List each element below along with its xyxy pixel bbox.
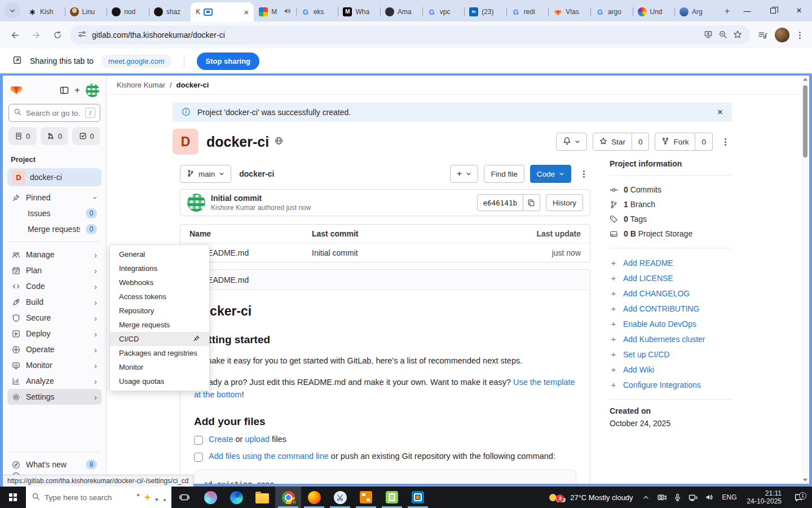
browser-profile-avatar[interactable] <box>775 28 789 42</box>
gitlab-search[interactable]: / <box>8 104 100 122</box>
sidebar-item-plan[interactable]: Plan › <box>7 262 102 278</box>
commits-stat[interactable]: 0 Commits <box>610 182 732 197</box>
microphone-tray-icon[interactable] <box>670 493 685 502</box>
menu-item-ci-cd[interactable]: CI/CD <box>110 332 209 346</box>
tags-stat[interactable]: 0 Tags <box>610 212 732 226</box>
menu-item-integrations[interactable]: Integrations <box>110 261 209 275</box>
user-avatar[interactable] <box>86 84 99 97</box>
bookmark-star-icon[interactable] <box>733 30 742 41</box>
checkbox[interactable] <box>194 453 203 462</box>
menu-item-usage-quotas[interactable]: Usage quotas <box>110 374 209 388</box>
link-label[interactable]: Configure Integrations <box>623 380 701 389</box>
browser-menu-button[interactable] <box>793 32 806 39</box>
taskbar-app-file-explorer[interactable] <box>249 487 275 508</box>
gitlab-logo[interactable] <box>10 82 23 98</box>
reload-button[interactable] <box>48 26 67 44</box>
window-minimize-button[interactable]: — <box>734 0 760 21</box>
browser-tab-arg[interactable]: Arg <box>674 2 717 21</box>
weather-widget[interactable]: 3 27°C Mostly cloudy <box>545 493 637 502</box>
link-label[interactable]: Add README <box>623 259 673 268</box>
create-new-icon[interactable]: + <box>74 85 80 96</box>
link-label[interactable]: Add Kubernetes cluster <box>623 335 705 344</box>
browser-tab-shaz[interactable]: shaz <box>149 2 191 21</box>
browser-tab-active[interactable]: K × <box>191 2 254 21</box>
add-file-dropdown[interactable]: + <box>450 165 478 183</box>
new-tab-button[interactable]: + <box>720 4 734 19</box>
sidebar-item-merge-requests[interactable]: Merge requests 0 <box>7 221 102 237</box>
tab-audio-icon[interactable] <box>284 7 291 16</box>
taskbar-app-chrome[interactable] <box>275 487 301 508</box>
branches-stat[interactable]: 1 Branch <box>610 197 732 212</box>
copy-sha-icon[interactable] <box>523 194 540 211</box>
menu-item-general[interactable]: General <box>110 247 209 261</box>
configure-integrations-link[interactable]: +Configure Integrations <box>610 377 732 392</box>
add-license-link[interactable]: +Add LICENSE <box>610 270 732 286</box>
link-label[interactable]: Add CONTRIBUTING <box>623 304 699 313</box>
window-close-button[interactable]: × <box>786 0 812 21</box>
sidebar-item-operate[interactable]: Operate › <box>7 341 102 357</box>
todos-counter[interactable]: 0 <box>72 127 100 145</box>
browser-tab-linu[interactable]: Linu <box>65 2 107 21</box>
browser-tab-ama[interactable]: Ama <box>380 2 422 21</box>
browser-tab-redi[interactable]: G redi <box>506 2 549 21</box>
add-readme-link[interactable]: +Add README <box>610 255 732 270</box>
browser-scrollbar[interactable] <box>801 76 809 484</box>
install-app-icon[interactable] <box>704 30 713 41</box>
code-dropdown-button[interactable]: Code <box>530 165 571 183</box>
sidebar-item-settings[interactable]: Settings › <box>7 389 102 405</box>
browser-tab-meet[interactable]: M <box>254 2 296 21</box>
branch-selector[interactable]: main <box>180 165 231 183</box>
find-file-button[interactable]: Find file <box>484 165 524 183</box>
screen-share-tray-icon[interactable] <box>655 493 669 502</box>
taskbar-app-firefox[interactable] <box>301 487 327 508</box>
sidebar-item-manage[interactable]: Manage › <box>7 247 102 262</box>
fork-button[interactable]: Fork <box>655 133 695 151</box>
set-up-ci-cd-link[interactable]: +Set up CI/CD <box>610 347 732 362</box>
sidebar-toggle-icon[interactable] <box>60 86 69 95</box>
browser-tab-argo[interactable]: G argo <box>590 2 633 21</box>
link-label[interactable]: Set up CI/CD <box>623 350 669 359</box>
sidebar-item-code[interactable]: Code › <box>7 278 102 294</box>
language-indicator[interactable]: ENG <box>718 493 742 501</box>
sidebar-item-project-docker-ci[interactable]: D docker-ci <box>7 168 102 186</box>
window-maximize-button[interactable] <box>760 0 786 21</box>
browser-tab-vlas[interactable]: Vlas <box>548 2 590 21</box>
browser-tab-kish[interactable]: Kish <box>23 2 65 21</box>
merge-requests-counter[interactable]: 0 <box>41 127 69 145</box>
taskbar-search[interactable] <box>26 487 171 508</box>
network-tray-icon[interactable] <box>686 493 701 502</box>
taskbar-app-notepadpp[interactable] <box>379 487 405 508</box>
browser-tab-und[interactable]: Und <box>633 2 675 21</box>
star-button[interactable]: Star <box>593 133 632 151</box>
breadcrumb-parent[interactable]: Kishore Kumar <box>117 81 165 89</box>
menu-item-webhooks[interactable]: Webhooks <box>110 275 209 290</box>
sidebar-item-deploy[interactable]: Deploy › <box>7 326 102 341</box>
notifications-button[interactable] <box>556 133 587 151</box>
add-changelog-link[interactable]: +Add CHANGELOG <box>610 286 732 301</box>
sidebar-item-issues[interactable]: Issues 0 <box>7 205 102 221</box>
history-button[interactable]: History <box>546 194 583 211</box>
forward-button[interactable] <box>27 26 45 44</box>
taskbar-app-drawio[interactable] <box>353 487 379 508</box>
row-last-commit[interactable]: Initial commit <box>312 248 519 257</box>
taskbar-app-vmware[interactable] <box>405 487 431 508</box>
search-input[interactable] <box>26 109 81 117</box>
table-row[interactable]: README.md Initial commit just now <box>180 243 590 262</box>
menu-item-access-tokens[interactable]: Access tokens <box>110 290 209 304</box>
scrollbar-thumb[interactable] <box>803 85 807 157</box>
link-label[interactable]: Add LICENSE <box>623 274 673 283</box>
star-count[interactable]: 0 <box>632 133 650 151</box>
volume-tray-icon[interactable] <box>702 493 717 502</box>
taskbar-app-snipping-tool[interactable] <box>327 487 353 508</box>
link-label[interactable]: Add CHANGELOG <box>623 289 690 298</box>
tray-expand-chevron[interactable] <box>639 494 654 501</box>
command-line-link[interactable]: Add files using the command line <box>209 452 329 461</box>
taskbar-clock[interactable]: 21:11 24-10-2025 <box>743 489 786 505</box>
browser-tab-wha[interactable]: M Wha <box>338 2 380 21</box>
project-actions-menu-button[interactable] <box>718 138 732 146</box>
alert-close-icon[interactable]: × <box>717 107 723 118</box>
pin-icon[interactable] <box>193 335 200 344</box>
media-queue-icon[interactable] <box>753 26 771 44</box>
omnibox[interactable]: gitlab.com/tha.kishorekumar/docker-ci <box>70 25 750 45</box>
start-button[interactable] <box>0 487 26 508</box>
